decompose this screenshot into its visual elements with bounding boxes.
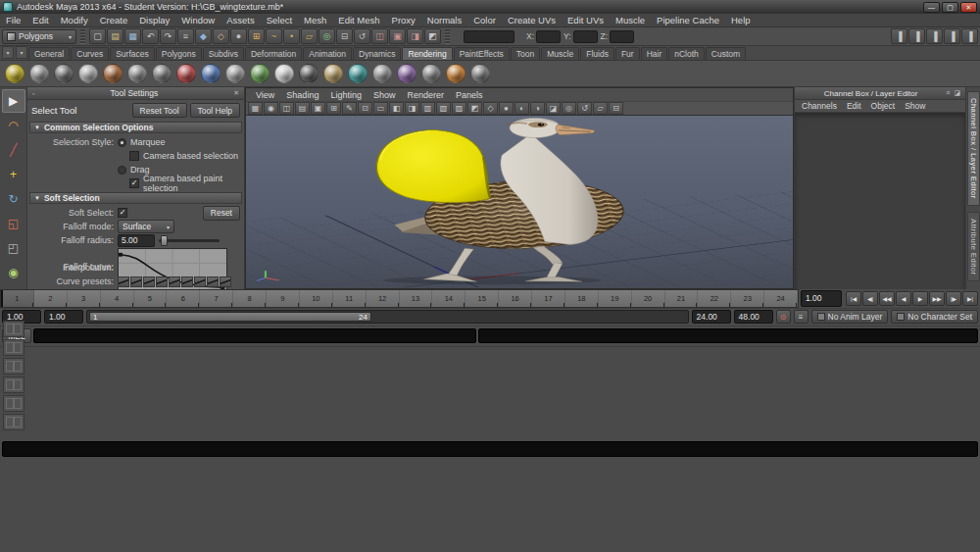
shelf-tab[interactable]: Subdivs (203, 47, 244, 60)
menu-item[interactable]: File (0, 15, 26, 25)
coordinate-input[interactable] (610, 30, 634, 43)
step-forward-key-button[interactable]: ▶▶ (929, 291, 945, 306)
playback-start-field[interactable]: 1.00 (44, 310, 83, 324)
rotate-tool-icon[interactable]: ↻ (2, 187, 25, 211)
shelf-material-red-icon[interactable] (174, 63, 197, 85)
play-backwards-button[interactable]: ◀ (896, 291, 911, 306)
viewport-menu-item[interactable]: Shading (280, 90, 324, 100)
falloff-radius-input[interactable]: 5.00 (118, 234, 155, 247)
xray-icon[interactable]: ▱ (593, 102, 608, 115)
shelf-material-yellow-icon[interactable] (3, 63, 25, 85)
timeline-frame[interactable]: 10 (300, 290, 333, 307)
timeline-frame[interactable]: 21 (665, 290, 699, 307)
shelf-material-blue-icon[interactable] (199, 63, 221, 85)
lock-camera-icon[interactable]: ◉ (264, 102, 278, 115)
step-back-frame-button[interactable]: ◀| (862, 291, 878, 306)
toggle-attribute-editor-button[interactable]: ▐ (891, 28, 907, 44)
range-slider[interactable]: 1 24 (86, 310, 689, 324)
shelf-material-dark2-icon[interactable] (297, 63, 319, 85)
panel-close-icon[interactable]: ✕ (231, 89, 241, 97)
shelf-tab[interactable]: Rendering (402, 47, 452, 60)
menu-item[interactable]: Create UVs (502, 15, 562, 25)
slider-knob[interactable] (161, 235, 168, 246)
universal-manipulator-icon[interactable]: ◰ (2, 236, 25, 260)
menu-item[interactable]: Display (133, 15, 175, 25)
tool-settings-header[interactable]: ▫ Tool Settings ✕ (27, 87, 244, 100)
quick-selection-input[interactable] (464, 30, 514, 43)
tool-help-button[interactable]: Tool Help (190, 103, 240, 118)
playback-range-bar[interactable]: 1 24 (89, 312, 371, 322)
select-camera-icon[interactable]: ▦ (248, 102, 263, 115)
input-operations-icon[interactable]: ⊟ (336, 28, 353, 44)
shelf-material-gray6-icon[interactable] (468, 63, 491, 85)
timeline-frame[interactable]: 13 (400, 290, 433, 307)
shelf-tab[interactable]: Toon (511, 47, 540, 60)
animation-preferences-button[interactable]: ≡ (794, 310, 808, 324)
3d-viewport-canvas[interactable] (246, 116, 793, 288)
make-live-icon[interactable]: ◎ (318, 28, 335, 44)
menu-item[interactable]: Color (467, 15, 502, 25)
timeline-frame[interactable]: 5 (134, 290, 168, 307)
mel-command-input[interactable] (33, 328, 476, 343)
shelf-tab[interactable]: Curves (71, 47, 109, 60)
camera-attributes-icon[interactable]: ◫ (279, 102, 294, 115)
channel-box-menu-item[interactable]: Object (866, 101, 901, 111)
render-settings-icon[interactable]: ◩ (424, 28, 441, 44)
grease-pencil-icon[interactable]: ✎ (342, 102, 357, 115)
channel-box-header[interactable]: Channel Box / Layer Editor ≡◪ (795, 87, 965, 100)
timeline-frame[interactable]: 20 (632, 290, 665, 307)
menu-item[interactable]: Pipeline Cache (651, 15, 725, 25)
maximize-button[interactable]: ▢ (942, 2, 958, 13)
menu-item[interactable]: Assets (220, 15, 261, 25)
shelf-material-teal-icon[interactable] (346, 63, 368, 85)
coordinate-input[interactable] (536, 30, 561, 43)
channel-box-menu-item[interactable]: Show (900, 101, 930, 111)
common-selection-options-section[interactable]: ▼ Common Selection Options (29, 122, 242, 133)
menu-item[interactable]: Proxy (386, 15, 421, 25)
pin-panel-icon[interactable]: ◪ (952, 89, 962, 97)
reset-tool-button[interactable]: Reset Tool (132, 103, 187, 118)
title-bar[interactable]: Autodesk Maya 2013 x64 - Student Version… (0, 0, 980, 14)
shelf-material-violet-icon[interactable] (395, 63, 417, 85)
layout-two-stacked-button[interactable] (3, 376, 24, 393)
sidebar-tab[interactable]: Attribute Editor (967, 212, 980, 282)
shelf-tab[interactable]: Hair (641, 47, 668, 60)
shelf-tab[interactable]: PaintEffects (454, 47, 510, 60)
shelf-tab[interactable]: Deformation (245, 47, 302, 60)
menu-item[interactable]: Muscle (610, 15, 651, 25)
snap-to-plane-icon[interactable]: ▱ (301, 28, 318, 44)
shelf-tab[interactable]: Custom (706, 47, 746, 60)
timeline-frame[interactable]: 19 (599, 290, 632, 307)
timeline-frame[interactable]: 8 (233, 290, 267, 307)
timeline-frame[interactable]: 11 (333, 290, 367, 307)
redo-icon[interactable]: ↷ (160, 28, 176, 44)
move-tool-icon[interactable]: + (2, 163, 25, 186)
timeline-frame[interactable]: 18 (565, 290, 599, 307)
shelf-material-checker-icon[interactable] (223, 63, 246, 85)
timeline-frame[interactable]: 1 (1, 290, 34, 307)
timeline-frame[interactable]: 22 (698, 290, 731, 307)
channel-box-menu-item[interactable]: Edit (842, 101, 866, 111)
shelf-tab[interactable]: Polygons (156, 47, 202, 60)
shelf-tab[interactable]: Surfaces (110, 47, 155, 60)
animation-end-field[interactable]: 48.00 (734, 310, 773, 324)
viewport-menu-item[interactable]: Renderer (401, 90, 450, 100)
soft-select-checkbox[interactable]: ✓ (118, 208, 127, 218)
camera-based-paint-checkbox[interactable]: ✓ (129, 178, 139, 188)
menu-item[interactable]: Modify (55, 15, 94, 25)
falloff-mode-dropdown[interactable]: Surface ▾ (118, 220, 174, 233)
shelf-tab[interactable]: Animation (303, 47, 352, 60)
grid-toggle-icon[interactable]: ⊡ (358, 102, 372, 115)
menu-set-selector[interactable]: Polygons ▾ (2, 29, 76, 44)
save-scene-icon[interactable]: ▦ (124, 28, 141, 44)
lasso-tool-icon[interactable]: ◠ (2, 114, 25, 137)
shelf-options-button[interactable]: ▾ (16, 46, 27, 59)
shaded-icon[interactable]: ● (499, 102, 514, 115)
menu-item[interactable]: Create (94, 15, 134, 25)
timeline-frame[interactable]: 3 (68, 290, 101, 307)
menu-item[interactable]: Normals (421, 15, 467, 25)
shelf-tab[interactable]: Fluids (580, 47, 614, 60)
snap-to-point-icon[interactable]: • (283, 28, 300, 44)
shelf-material-green-icon[interactable] (248, 63, 270, 85)
timeline-frame[interactable]: 15 (466, 290, 499, 307)
